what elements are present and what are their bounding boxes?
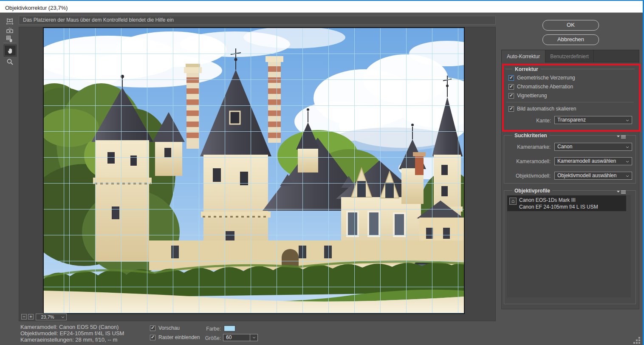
lens-model-dropdown[interactable]: Objektivmodell auswählen [554,172,632,180]
toolbar-divider [3,42,16,43]
zoom-in-button[interactable]: + [28,314,34,320]
chromatic-aberration-checkbox[interactable] [508,84,514,90]
lens-profiles-title: Objektivprofile [512,188,552,194]
remove-distortion-tool-button[interactable] [4,17,16,26]
window-resize-grip[interactable] [633,336,642,344]
default-profile-home-icon: ⌂ [509,198,517,205]
header-line [541,69,635,69]
straighten-tool-button[interactable] [4,25,16,35]
help-text: Das Platzieren der Maus über dem Kontrol… [23,17,174,23]
tab-auto-correction[interactable]: Auto-Korrektur [502,50,545,63]
grid-size-dropdown-button[interactable] [250,334,258,341]
title-bar: Objektivkorrektur (23,7%) [0,1,644,13]
correction-divider [506,102,634,102]
geometric-distortion-row[interactable]: Geometrische Verzerrung [508,75,575,81]
camera-model-label: Kameramodell: [500,158,551,164]
alignment-grid-overlay [44,28,464,313]
hand-tool-button[interactable] [4,45,17,57]
correction-group-header: Korrektur [506,66,635,72]
help-bar: Das Platzieren der Maus über dem Kontrol… [19,16,496,25]
chevron-down-icon [252,337,256,339]
grid-color-label: Farbe: [193,326,221,332]
show-grid-checkbox-row[interactable]: Raster einblenden [150,334,200,340]
autoscale-row[interactable]: Bild automatisch skalieren [508,106,576,112]
geometric-distortion-label: Geometrische Verzerrung [517,75,575,81]
magnifier-icon [6,58,14,65]
grid-size-field[interactable]: 60 [223,334,250,341]
detected-profile-status: Kameramodell: Canon EOS 5D (Canon) Objek… [20,324,124,343]
status-lens-model: Objektivmodell: EF24-105mm f/4L IS USM [20,330,124,337]
profile-camera-line: Canon EOS-1Ds Mark III [519,197,576,203]
grid-size-label: Größe: [193,335,221,341]
chevron-down-icon [626,161,629,163]
show-grid-checkbox[interactable] [150,335,155,340]
edge-label: Kante: [512,118,551,124]
edge-dropdown-value: Transparenz [557,117,586,123]
zoom-level-field[interactable]: 23,7% [36,314,59,320]
flyout-menu-icon [617,135,626,139]
edge-dropdown[interactable]: Transparenz [554,116,632,124]
profile-lens-line: Canon EF 24-105mm f/4 L IS USM [519,204,598,210]
move-grid-icon [6,35,14,43]
camera-make-value: Canon [557,144,572,150]
remove-distortion-icon [6,18,14,25]
preview-checkbox-row[interactable]: Vorschau [150,325,180,331]
hand-icon [7,47,14,54]
zoom-level-dropdown-button[interactable] [59,314,67,320]
cancel-button[interactable]: Abbrechen [542,34,599,45]
vignette-checkbox[interactable] [508,93,514,99]
lens-profile-item-selected[interactable]: ⌂ Canon EOS-1Ds Mark III Canon EF 24-105… [507,195,626,211]
correction-tabbar: Auto-Korrektur Benutzerdefiniert [501,50,639,62]
tab-custom[interactable]: Benutzerdefiniert [545,50,594,63]
lens-model-value: Objektivmodell auswählen [557,172,616,178]
camera-model-value: Kameramodell auswählen [557,158,616,164]
chevron-down-icon [626,119,629,122]
search-criteria-flyout-button[interactable] [617,133,626,141]
chromatic-aberration-label: Chromatische Aberration [517,84,573,90]
header-line [506,69,512,69]
geometric-distortion-checkbox[interactable] [508,75,514,81]
zoom-out-button[interactable]: − [21,314,27,320]
camera-model-dropdown[interactable]: Kameramodell auswählen [554,157,632,165]
zoom-tool-button[interactable] [4,57,16,66]
lens-model-label: Objektivmodell: [500,173,551,179]
camera-make-label: Kameramarke: [500,144,551,150]
vignette-label: Vignettierung [517,93,547,99]
preview-label: Vorschau [158,325,180,331]
search-criteria-title: Suchkriterien [512,133,549,139]
autoscale-label: Bild automatisch skalieren [517,106,576,112]
camera-make-dropdown[interactable]: Canon [554,143,632,151]
straighten-icon [6,26,14,34]
chevron-down-icon [61,316,65,318]
preview-checkbox[interactable] [150,325,155,331]
chevron-down-icon [626,146,629,148]
preview-image[interactable] [44,28,464,313]
status-camera-settings: Kameraeinstellungen: 28 mm, f/10, -- m [20,337,124,343]
status-camera-model: Kameramodell: Canon EOS 5D (Canon) [20,324,124,330]
window-accent-border-top [0,0,644,1]
chromatic-aberration-row[interactable]: Chromatische Aberration [508,84,573,90]
flyout-menu-icon [617,190,626,194]
chevron-down-icon [626,175,629,177]
window-title: Objektivkorrektur (23,7%) [5,5,68,11]
vignette-row[interactable]: Vignettierung [508,93,547,99]
autoscale-checkbox[interactable] [508,106,514,112]
correction-group-title: Korrektur [515,66,538,72]
ok-button[interactable]: OK [542,20,599,31]
grid-color-swatch[interactable] [224,325,235,331]
